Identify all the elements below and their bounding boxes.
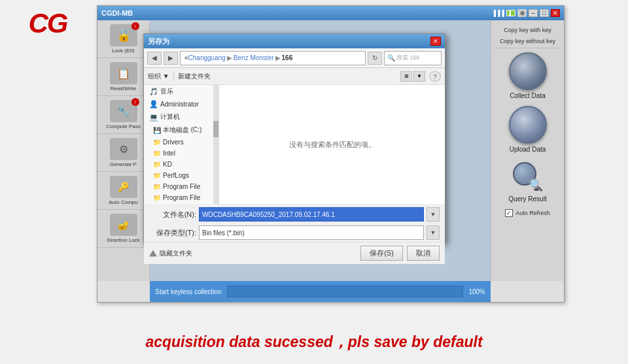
- right-panel: Copy key with key Copy key without key C…: [491, 20, 564, 281]
- sidebar-item-dirlock[interactable]: 🔐 Direction Lock: [97, 210, 149, 248]
- settings-icon: ⚙: [517, 9, 527, 17]
- dialog-title-bar: 另存为 ✕: [144, 34, 445, 48]
- save-button[interactable]: 保存(S): [360, 246, 403, 261]
- auto-refresh-row[interactable]: ✓ Auto Refresh: [505, 209, 550, 217]
- sidebar-item-generate[interactable]: ⚙ Generate P: [97, 134, 149, 172]
- dialog-title: 另存为: [148, 37, 169, 46]
- hide-folders-label: 隐藏文件夹: [160, 249, 192, 258]
- search-placeholder: 搜索 166: [396, 54, 420, 62]
- organize-btn[interactable]: 组织 ▼: [148, 72, 169, 81]
- signal-icon: ▐▐▐: [492, 10, 504, 16]
- filename-dropdown-btn[interactable]: ▼: [427, 207, 440, 222]
- cancel-button[interactable]: 取消: [407, 246, 440, 261]
- dialog-address-bar: ◀ ▶ « Changguang ▶ Benz Monster ▶ 166 ↻ …: [144, 48, 445, 68]
- maximize-button[interactable]: □: [540, 9, 549, 17]
- file-dialog: 另存为 ✕ ◀ ▶ « Changguang ▶ Benz Monster ▶ …: [143, 33, 445, 244]
- filename-label: 文件名(N):: [149, 210, 196, 220]
- nav-item-computer[interactable]: 💻 计算机: [144, 110, 218, 124]
- breadcrumb-bar[interactable]: « Changguang ▶ Benz Monster ▶ 166: [180, 51, 366, 65]
- query-result-button[interactable]: 🔍 Query Result: [507, 157, 548, 205]
- logo-area: CG: [5, 5, 90, 41]
- help-btn[interactable]: ?: [429, 71, 441, 82]
- breadcrumb-1: Changguang: [188, 54, 226, 61]
- sidebar-label-dirlock: Direction Lock: [107, 237, 140, 243]
- dialog-toolbar: 组织 ▼ 新建文件夹 ⊞ ▼ ?: [144, 68, 445, 85]
- view-options[interactable]: ⊞ ▼: [400, 71, 425, 82]
- breadcrumb-3: 166: [282, 54, 293, 61]
- sidebar-label-lock: Lock (EIS: [112, 48, 135, 54]
- filetype-select[interactable]: Bin files (*.bin): [199, 225, 424, 240]
- nav-item-admin[interactable]: 👤 Administrator: [144, 98, 218, 110]
- hide-folders-icon: [149, 250, 157, 257]
- battery-icon: ▌: [506, 10, 515, 16]
- app-sidebar: 🔒 ! Lock (EIS 📋 Read/Write 🔧 ! Compute P…: [97, 20, 150, 281]
- close-button[interactable]: ✕: [551, 9, 560, 17]
- nav-item-perflogs[interactable]: 📁 PerfLogs: [144, 170, 218, 181]
- nav-item-intel[interactable]: 📁 Intel: [144, 148, 218, 159]
- sidebar-item-autocomp[interactable]: 🔑 Auto Compu: [97, 172, 149, 210]
- search-bar[interactable]: 🔍 搜索 166: [384, 51, 442, 65]
- sidebar-label-compute: Compute Pass: [106, 124, 140, 129]
- filename-input[interactable]: WDCDASHB9CA095250_2017.09.02.17.46.1: [199, 207, 424, 222]
- dialog-body: 🎵 音乐 👤 Administrator 💻 计算机 💾 本地磁盘 (C:): [144, 85, 445, 204]
- file-list-area[interactable]: 没有与搜索条件匹配的项。: [219, 85, 445, 204]
- nav-item-progfile1[interactable]: 📁 Program File: [144, 181, 218, 192]
- title-bar: CGDI-MB ▐▐▐ ▌ ⚙ – □ ✕: [97, 6, 564, 20]
- auto-refresh-checkbox[interactable]: ✓: [505, 209, 513, 217]
- sidebar-label-generate: Generate P: [110, 161, 137, 167]
- status-progress: 100%: [468, 288, 485, 295]
- app-title: CGDI-MB: [101, 9, 133, 17]
- query-result-label: Query Result: [508, 195, 546, 203]
- filetype-row: 保存类型(T): Bin files (*.bin) ▼: [144, 223, 445, 242]
- collect-data-label: Collect Data: [510, 92, 545, 99]
- nav-item-adobe[interactable]: 📁 Adobe: [144, 203, 218, 204]
- sidebar-item-readwrite[interactable]: 📋 Read/Write: [97, 58, 149, 96]
- search-icon: 🔍: [387, 54, 395, 61]
- status-text: Start keyless collection: [155, 288, 222, 295]
- nav-panel: 🎵 音乐 👤 Administrator 💻 计算机 💾 本地磁盘 (C:): [144, 85, 219, 204]
- bottom-caption: acquisition data sucessed，pls save by de…: [0, 332, 628, 352]
- breadcrumb-2: Benz Monster: [234, 54, 274, 61]
- nav-item-drivers[interactable]: 📁 Drivers: [144, 137, 218, 148]
- upload-data-button[interactable]: Upload Data: [508, 103, 548, 156]
- minimize-button[interactable]: –: [529, 9, 538, 17]
- status-bar: Start keyless collection 100%: [150, 281, 491, 302]
- filetype-label: 保存类型(T):: [149, 228, 196, 238]
- logo-cg: CG: [29, 8, 67, 39]
- collect-data-button[interactable]: Collect Data: [508, 50, 548, 102]
- copy-with-key-label[interactable]: Copy key with key: [502, 25, 553, 35]
- dialog-close-btn[interactable]: ✕: [430, 37, 441, 46]
- hide-folders-row[interactable]: 隐藏文件夹: [149, 249, 192, 258]
- sidebar-label-readwrite: Read/Write: [111, 86, 137, 91]
- sidebar-item-lock[interactable]: 🔒 ! Lock (EIS: [97, 20, 149, 58]
- sidebar-label-autocomp: Auto Compu: [109, 199, 137, 205]
- sidebar-item-compute[interactable]: 🔧 ! Compute Pass: [97, 96, 149, 134]
- no-results-message: 没有与搜索条件匹配的项。: [289, 140, 375, 150]
- nav-item-music[interactable]: 🎵 音乐: [144, 85, 218, 98]
- new-folder-btn[interactable]: 新建文件夹: [178, 72, 211, 81]
- nav-item-localdisk[interactable]: 💾 本地磁盘 (C:): [144, 124, 218, 137]
- nav-item-kd[interactable]: 📁 KD: [144, 159, 218, 170]
- dialog-footer-row: 隐藏文件夹 保存(S) 取消: [144, 242, 445, 264]
- upload-data-label: Upload Data: [510, 146, 546, 153]
- nav-item-progfile2[interactable]: 📁 Program File: [144, 192, 218, 203]
- nav-scrollbar[interactable]: [213, 85, 218, 204]
- app-window: CGDI-MB ▐▐▐ ▌ ⚙ – □ ✕ 🔒 ! Lock (EIS: [97, 5, 565, 303]
- compute-badge: !: [131, 98, 139, 106]
- lock-badge: !: [131, 22, 139, 30]
- back-button[interactable]: ◀: [147, 52, 162, 65]
- refresh-button[interactable]: ↻: [368, 52, 382, 65]
- copy-without-key-label[interactable]: Copy key without key: [494, 37, 561, 48]
- auto-refresh-label: Auto Refresh: [515, 210, 550, 216]
- filetype-dropdown-btn[interactable]: ▼: [427, 225, 440, 240]
- filename-row: 文件名(N): WDCDASHB9CA095250_2017.09.02.17.…: [144, 204, 445, 223]
- forward-button[interactable]: ▶: [164, 52, 178, 65]
